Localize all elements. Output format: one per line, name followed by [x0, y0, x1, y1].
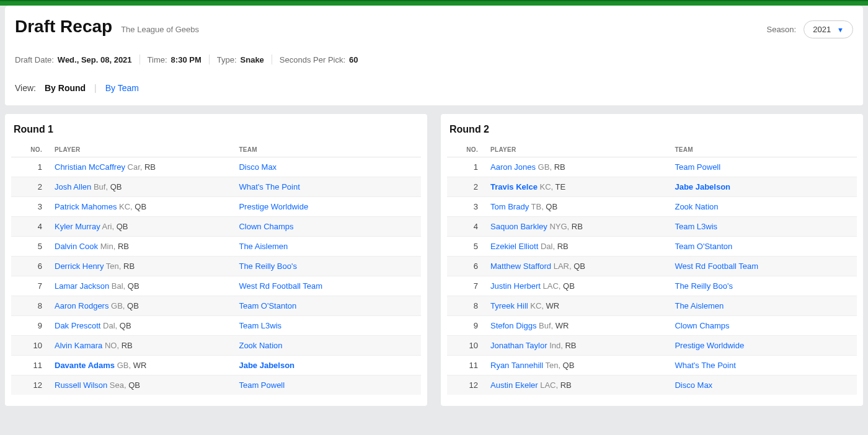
pick-number: 3 — [447, 197, 484, 217]
pick-team-cell: Team O'Stanton — [232, 296, 421, 316]
fantasy-team-link[interactable]: Zook Nation — [675, 202, 718, 211]
pick-number: 6 — [447, 257, 484, 276]
player-nfl-team: NYG, — [547, 222, 572, 231]
fantasy-team-link[interactable]: What's The Point — [239, 182, 299, 191]
page-title: Draft Recap — [15, 17, 112, 37]
player-link[interactable]: Ryan Tannehill — [490, 361, 543, 370]
picks-table: NO.PLAYERTEAM1Christian McCaffrey Car, R… — [11, 141, 421, 395]
fantasy-team-link[interactable]: Team O'Stanton — [239, 301, 296, 310]
fantasy-team-link[interactable]: What's The Point — [675, 361, 735, 370]
player-nfl-team: Sea, — [107, 380, 128, 390]
player-link[interactable]: Patrick Mahomes — [55, 202, 117, 211]
season-label: Season: — [766, 25, 796, 34]
player-link[interactable]: Derrick Henry — [55, 261, 104, 271]
pick-team-cell: What's The Point — [668, 356, 857, 376]
fantasy-team-link[interactable]: The Reilly Boo's — [239, 261, 297, 271]
player-link[interactable]: Dalvin Cook — [55, 242, 98, 251]
player-link[interactable]: Dak Prescott — [55, 321, 100, 330]
pick-team-cell: What's The Point — [232, 177, 421, 197]
pick-player-cell: Stefon Diggs Buf, WR — [484, 316, 668, 336]
draft-type-value: Snake — [241, 55, 264, 64]
fantasy-team-link[interactable]: Team L3wis — [239, 321, 281, 330]
pick-team-cell: Team O'Stanton — [668, 237, 857, 257]
fantasy-team-link[interactable]: The Aislemen — [675, 301, 724, 310]
player-position: RB — [144, 162, 156, 172]
pick-number: 5 — [11, 237, 48, 257]
pick-player-cell: Dalvin Cook Min, RB — [48, 237, 232, 257]
fantasy-team-link[interactable]: Team Powell — [239, 380, 285, 390]
player-link[interactable]: Tom Brady — [490, 202, 529, 211]
player-nfl-team: Buf, — [91, 182, 110, 191]
player-link[interactable]: Alvin Kamara — [55, 341, 102, 350]
fantasy-team-link[interactable]: Clown Champs — [239, 222, 293, 231]
player-link[interactable]: Matthew Stafford — [490, 261, 551, 271]
fantasy-team-link[interactable]: Jabe Jabelson — [239, 361, 294, 370]
fantasy-team-link[interactable]: Prestige Worldwide — [239, 202, 308, 211]
player-link[interactable]: Kyler Murray — [55, 222, 100, 231]
table-row: 2Travis Kelce KC, TEJabe Jabelson — [447, 177, 857, 197]
pick-player-cell: Tyreek Hill KC, WR — [484, 296, 668, 316]
pick-player-cell: Russell Wilson Sea, QB — [48, 376, 232, 395]
player-position: QB — [120, 321, 131, 330]
fantasy-team-link[interactable]: Jabe Jabelson — [675, 182, 730, 191]
draft-meta-row: Draft Date:Wed., Sep. 08, 2021 Time:8:30… — [15, 55, 853, 64]
fantasy-team-link[interactable]: Team L3wis — [675, 222, 717, 231]
fantasy-team-link[interactable]: West Rd Football Team — [675, 261, 758, 271]
player-nfl-team: Bal, — [109, 281, 128, 291]
table-row: 8Aaron Rodgers GB, QBTeam O'Stanton — [11, 296, 421, 316]
fantasy-team-link[interactable]: The Reilly Boo's — [675, 281, 733, 291]
player-nfl-team: GB, — [108, 301, 127, 310]
pick-team-cell: The Reilly Boo's — [232, 257, 421, 276]
fantasy-team-link[interactable]: Team Powell — [675, 162, 720, 172]
player-link[interactable]: Saquon Barkley — [490, 222, 547, 231]
fantasy-team-link[interactable]: Prestige Worldwide — [675, 341, 744, 350]
player-link[interactable]: Lamar Jackson — [55, 281, 109, 291]
pick-player-cell: Dak Prescott Dal, QB — [48, 316, 232, 336]
table-row: 11Ryan Tannehill Ten, QBWhat's The Point — [447, 356, 857, 376]
table-row: 9Stefon Diggs Buf, WRClown Champs — [447, 316, 857, 336]
fantasy-team-link[interactable]: Disco Max — [675, 380, 712, 390]
fantasy-team-link[interactable]: Team O'Stanton — [675, 242, 732, 251]
player-link[interactable]: Davante Adams — [55, 361, 115, 370]
player-link[interactable]: Christian McCaffrey — [55, 162, 125, 172]
fantasy-team-link[interactable]: West Rd Football Team — [239, 281, 322, 291]
player-link[interactable]: Justin Herbert — [490, 281, 541, 291]
table-row: 7Lamar Jackson Bal, QBWest Rd Football T… — [11, 276, 421, 296]
pick-player-cell: Austin Ekeler LAC, RB — [484, 376, 668, 395]
player-position: QB — [563, 361, 575, 370]
view-by-team[interactable]: By Team — [105, 83, 139, 93]
player-position: RB — [557, 242, 569, 251]
player-position: TE — [556, 182, 566, 191]
col-team: TEAM — [668, 141, 857, 157]
player-link[interactable]: Josh Allen — [55, 182, 91, 191]
player-link[interactable]: Stefon Diggs — [490, 321, 536, 330]
table-row: 1Aaron Jones GB, RBTeam Powell — [447, 157, 857, 177]
table-row: 5Ezekiel Elliott Dal, RBTeam O'Stanton — [447, 237, 857, 257]
draft-time-value: 8:30 PM — [171, 55, 202, 64]
player-link[interactable]: Jonathan Taylor — [490, 341, 547, 350]
player-position: QB — [128, 281, 140, 291]
view-by-round[interactable]: By Round — [45, 83, 86, 93]
pick-player-cell: Alvin Kamara NO, RB — [48, 336, 232, 356]
fantasy-team-link[interactable]: Disco Max — [239, 162, 277, 172]
player-link[interactable]: Ezekiel Elliott — [490, 242, 538, 251]
fantasy-team-link[interactable]: Zook Nation — [239, 341, 282, 350]
player-link[interactable]: Russell Wilson — [55, 380, 107, 390]
fantasy-team-link[interactable]: Clown Champs — [675, 321, 729, 330]
pick-player-cell: Justin Herbert LAC, QB — [484, 276, 668, 296]
league-name: The League of Geebs — [121, 25, 199, 34]
season-selector: Season: 2021 ▼ — [766, 20, 853, 38]
pick-team-cell: Jabe Jabelson — [232, 356, 421, 376]
table-row: 11Davante Adams GB, WRJabe Jabelson — [11, 356, 421, 376]
pick-number: 7 — [11, 276, 48, 296]
pick-number: 9 — [11, 316, 48, 336]
fantasy-team-link[interactable]: The Aislemen — [239, 242, 288, 251]
player-link[interactable]: Travis Kelce — [490, 182, 538, 191]
season-dropdown[interactable]: 2021 ▼ — [804, 20, 853, 38]
player-link[interactable]: Austin Ekeler — [490, 380, 538, 390]
view-divider: | — [94, 83, 97, 93]
player-link[interactable]: Tyreek Hill — [490, 301, 528, 310]
player-position: RB — [122, 341, 133, 350]
player-link[interactable]: Aaron Rodgers — [55, 301, 108, 310]
player-link[interactable]: Aaron Jones — [490, 162, 536, 172]
